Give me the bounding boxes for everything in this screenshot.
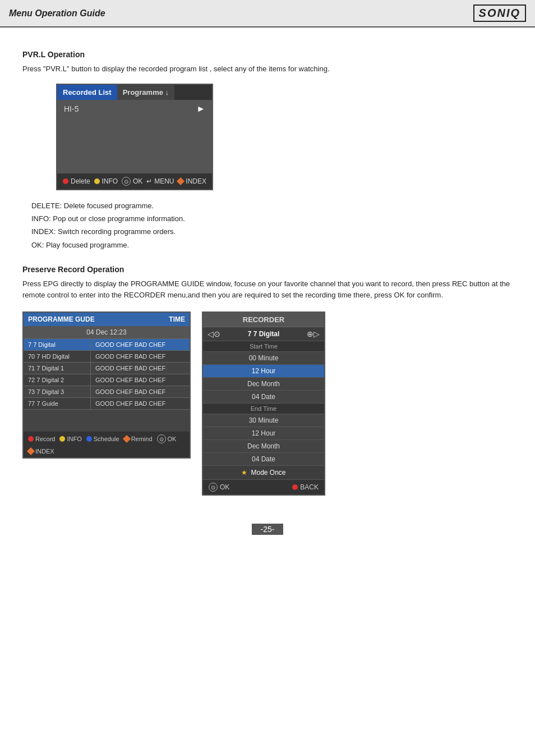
recorded-list-empty-area xyxy=(57,117,212,173)
left-arrow-icon[interactable]: ◁⊙ xyxy=(207,329,220,338)
pg-prog-1: GOOD CHEF BAD CHEF xyxy=(91,339,190,350)
start-minute-value[interactable]: 00 Minute xyxy=(203,351,324,364)
instruction-info: INFO: Pop out or close programme informa… xyxy=(31,212,513,225)
schedule-button[interactable]: Schedule xyxy=(86,436,119,442)
page-title: Menu Operation Guide xyxy=(9,8,105,19)
pg-channel-2: 70 7 HD Digital xyxy=(24,351,91,362)
pg-ok-button[interactable]: ⊙ OK xyxy=(157,434,177,443)
preserve-section-title: Preserve Record Operation xyxy=(22,265,513,274)
yellow-dot-info-icon xyxy=(59,436,65,442)
ok-button[interactable]: ⊙ OK xyxy=(122,177,142,186)
preserve-description: Press EPG directly to display the PROGRA… xyxy=(22,278,513,300)
table-row[interactable]: 7 7 Digital GOOD CHEF BAD CHEF xyxy=(24,338,190,350)
mode-row[interactable]: ★ Mode Once xyxy=(203,465,324,479)
pg-index-label: INDEX xyxy=(35,448,54,455)
recorded-list-header: Recorded List Programme ↓ xyxy=(57,85,212,100)
recorded-list-col1: Recorded List xyxy=(57,85,117,100)
record-button[interactable]: Record xyxy=(28,436,55,442)
remind-label: Remind xyxy=(131,436,153,442)
schedule-label: Schedule xyxy=(94,436,119,442)
mode-label: Mode Once xyxy=(251,469,285,476)
table-row[interactable]: 70 7 HD Digital GOOD CHEF BAD CHEF xyxy=(24,350,190,362)
blue-dot-schedule-icon xyxy=(86,436,92,442)
recorder-back-label: BACK xyxy=(300,483,319,491)
recorder-header: RECORDER xyxy=(203,313,324,327)
remind-button[interactable]: Remind xyxy=(124,436,153,442)
table-row[interactable]: 71 7 Digital 1 GOOD CHEF BAD CHEF xyxy=(24,362,190,374)
ok-label: OK xyxy=(133,177,142,185)
end-minute-value[interactable]: 30 Minute xyxy=(203,414,324,427)
end-date-value[interactable]: 04 Date xyxy=(203,452,324,465)
end-hour-value[interactable]: 12 Hour xyxy=(203,427,324,439)
page-number-area: -25- xyxy=(0,524,535,535)
recorder-ok-icon: ⊙ xyxy=(209,483,218,492)
main-content: PVR.L Operation Press "PVR.L" button to … xyxy=(0,28,535,507)
play-arrow-icon: ► xyxy=(196,104,205,114)
recorded-list-ui: Recorded List Programme ↓ HI-5 ► Delete … xyxy=(56,84,213,190)
menu-button[interactable]: ↵ MENU xyxy=(146,177,174,185)
diamond-remind-icon xyxy=(123,435,131,443)
pg-empty-area xyxy=(24,409,190,432)
pg-date-row: 04 Dec 12:23 xyxy=(24,326,190,338)
recorder-ok-button[interactable]: ⊙ OK xyxy=(209,483,229,492)
pg-index-button[interactable]: INDEX xyxy=(28,448,54,455)
start-date-value[interactable]: 04 Date xyxy=(203,390,324,403)
pg-prog-3: GOOD CHEF BAD CHEF xyxy=(91,363,190,374)
recorder-channel: 7 7 Digital xyxy=(248,330,280,338)
pg-ok-label: OK xyxy=(168,436,177,442)
diamond-icon xyxy=(177,177,185,185)
page-number: -25- xyxy=(252,524,284,535)
pg-channel-5: 73 7 Digital 3 xyxy=(24,386,91,397)
instruction-list: DELETE: Delete focused programme. INFO: … xyxy=(31,199,513,252)
instruction-index: INDEX: Switch recording programme orders… xyxy=(31,225,513,238)
red-dot-record-icon xyxy=(28,436,34,442)
end-month-value[interactable]: Dec Month xyxy=(203,439,324,452)
brand-logo: SONIQ xyxy=(473,4,526,22)
recorded-list-col2: Programme ↓ xyxy=(117,85,174,100)
star-icon: ★ xyxy=(241,469,247,476)
start-month-value[interactable]: Dec Month xyxy=(203,377,324,390)
menu-label: MENU xyxy=(154,177,174,185)
table-row[interactable]: 72 7 Digital 2 GOOD CHEF BAD CHEF xyxy=(24,374,190,386)
instruction-ok: OK: Play focused programme. xyxy=(31,239,513,251)
index-button[interactable]: INDEX xyxy=(178,177,206,185)
pg-header-left: PROGRAMME GUDE xyxy=(28,315,95,323)
pg-prog-4: GOOD CHEF BAD CHEF xyxy=(91,374,190,386)
pg-channel-6: 77 7 Guide xyxy=(24,398,91,409)
recorder-nav-row: ◁⊙ 7 7 Digital ⊕▷ xyxy=(203,327,324,341)
pg-prog-2: GOOD CHEF BAD CHEF xyxy=(91,351,190,362)
pg-header-right: TIME xyxy=(169,315,185,323)
info-button[interactable]: INFO xyxy=(94,177,118,185)
recorder-ok-label: OK xyxy=(220,483,229,491)
recorded-list-item1[interactable]: HI-5 ► xyxy=(57,100,212,117)
start-hour-value[interactable]: 12 Hour xyxy=(203,364,324,377)
yellow-dot-icon xyxy=(94,178,100,184)
index-label: INDEX xyxy=(186,177,206,185)
pg-prog-6: GOOD CHEF BAD CHEF xyxy=(91,398,190,409)
pg-prog-5: GOOD CHEF BAD CHEF xyxy=(91,386,190,397)
instruction-delete: DELETE: Delete focused programme. xyxy=(31,199,513,212)
red-dot-icon xyxy=(63,178,68,184)
start-time-label: Start Time xyxy=(203,341,324,351)
pg-footer: Record INFO Schedule Remind ⊙ OK xyxy=(24,432,190,457)
pg-channel-1: 7 7 Digital xyxy=(24,339,91,350)
ok-circle-icon: ⊙ xyxy=(122,177,131,186)
pg-channel-3: 71 7 Digital 1 xyxy=(24,363,91,374)
recorder-back-button[interactable]: BACK xyxy=(292,483,319,491)
table-row[interactable]: 77 7 Guide GOOD CHEF BAD CHEF xyxy=(24,397,190,409)
red-dot-back-icon xyxy=(292,484,298,490)
delete-button[interactable]: Delete xyxy=(63,177,90,185)
delete-label: Delete xyxy=(71,177,90,185)
pg-info-button[interactable]: INFO xyxy=(59,436,81,442)
pvrl-section-title: PVR.L Operation xyxy=(22,50,513,59)
pg-channel-4: 72 7 Digital 2 xyxy=(24,374,91,386)
record-label: Record xyxy=(35,436,55,442)
menu-icon: ↵ xyxy=(146,177,152,185)
recorder-panel: RECORDER ◁⊙ 7 7 Digital ⊕▷ Start Time 00… xyxy=(202,311,325,496)
end-time-label: End Time xyxy=(203,403,324,414)
right-arrow-icon[interactable]: ⊕▷ xyxy=(307,329,320,338)
diamond-index-icon xyxy=(27,447,35,455)
pg-header: PROGRAMME GUDE TIME xyxy=(24,313,190,326)
table-row[interactable]: 73 7 Digital 3 GOOD CHEF BAD CHEF xyxy=(24,386,190,397)
recorded-list-item1-label: HI-5 xyxy=(64,104,79,113)
